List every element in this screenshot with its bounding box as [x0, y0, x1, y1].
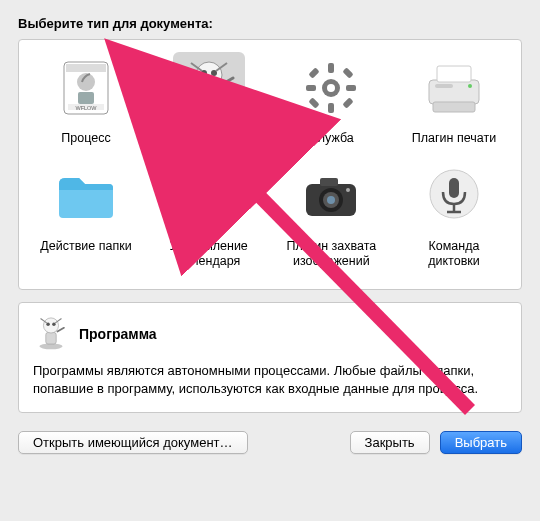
svg-rect-44 — [46, 332, 56, 344]
svg-rect-27 — [435, 84, 453, 88]
svg-rect-21 — [343, 97, 354, 108]
svg-rect-19 — [343, 67, 354, 78]
svg-point-45 — [43, 318, 58, 333]
close-button[interactable]: Закрыть — [350, 431, 430, 454]
open-existing-button[interactable]: Открыть имеющийся документ… — [18, 431, 248, 454]
application-icon — [33, 315, 69, 354]
application-icon — [173, 52, 245, 124]
workflow-icon: WFLOW — [50, 52, 122, 124]
type-print-plugin[interactable]: Плагин печати — [393, 48, 515, 156]
svg-rect-24 — [437, 66, 471, 82]
microphone-icon — [418, 160, 490, 232]
document-types-grid: WFLOW Процесс — [18, 39, 522, 290]
type-service[interactable]: Служба — [270, 48, 392, 156]
folder-icon — [50, 160, 122, 232]
description-text: Программы являются автономными процессам… — [33, 362, 507, 398]
svg-rect-15 — [328, 103, 334, 113]
svg-point-26 — [468, 84, 472, 88]
calendar-day: 17 — [194, 190, 223, 220]
type-folder-action[interactable]: Действие папки — [25, 156, 147, 279]
svg-point-31 — [192, 171, 196, 175]
type-dictation-command[interactable]: Команда диктовки — [393, 156, 515, 279]
type-workflow[interactable]: WFLOW Процесс — [25, 48, 147, 156]
svg-rect-34 — [320, 178, 338, 186]
type-calendar-alarm[interactable]: JUL 17 Уведомление Календаря — [148, 156, 270, 279]
svg-rect-25 — [433, 102, 475, 112]
svg-point-32 — [220, 171, 224, 175]
svg-rect-1 — [66, 64, 106, 72]
dialog-footer: Открыть имеющийся документ… Закрыть Выбр… — [18, 431, 522, 454]
type-label: Команда диктовки — [395, 238, 513, 271]
type-label: Программа — [168, 130, 250, 148]
type-label: Плагин захвата изображений — [272, 238, 390, 271]
description-title: Программа — [79, 326, 157, 342]
type-image-capture-plugin[interactable]: Плагин захвата изображений — [270, 156, 392, 279]
type-label: Плагин печати — [404, 130, 504, 148]
camera-icon — [295, 160, 367, 232]
grid-row: Действие папки JUL 17 Уведомление Календ… — [25, 156, 515, 279]
svg-rect-12 — [178, 87, 187, 103]
type-application[interactable]: Программа — [148, 48, 270, 156]
svg-rect-16 — [306, 85, 316, 91]
printer-icon — [418, 52, 490, 124]
svg-rect-7 — [200, 87, 218, 107]
svg-rect-14 — [328, 63, 334, 73]
calendar-icon: JUL 17 — [173, 160, 245, 232]
svg-rect-18 — [309, 67, 320, 78]
type-label: Процесс — [53, 130, 118, 148]
chooser-prompt: Выберите тип для документа: — [18, 16, 522, 31]
svg-text:WFLOW: WFLOW — [75, 105, 97, 111]
service-icon — [295, 52, 367, 124]
svg-point-38 — [346, 188, 350, 192]
svg-rect-3 — [78, 92, 94, 104]
svg-rect-40 — [449, 178, 459, 198]
grid-row: WFLOW Процесс — [25, 48, 515, 156]
calendar-month: JUL — [202, 179, 217, 188]
svg-rect-20 — [309, 97, 320, 108]
description-panel: Программа Программы являются автономными… — [18, 302, 522, 413]
document-type-chooser: Выберите тип для документа: WFLOW Процес… — [0, 0, 540, 470]
type-label: Действие папки — [32, 238, 139, 256]
svg-rect-17 — [346, 85, 356, 91]
svg-point-8 — [196, 62, 222, 88]
svg-point-37 — [327, 196, 335, 204]
svg-point-22 — [327, 84, 335, 92]
type-label: Служба — [301, 130, 362, 148]
type-label: Уведомление Календаря — [150, 238, 268, 271]
svg-rect-23 — [429, 80, 479, 104]
choose-button[interactable]: Выбрать — [440, 431, 522, 454]
